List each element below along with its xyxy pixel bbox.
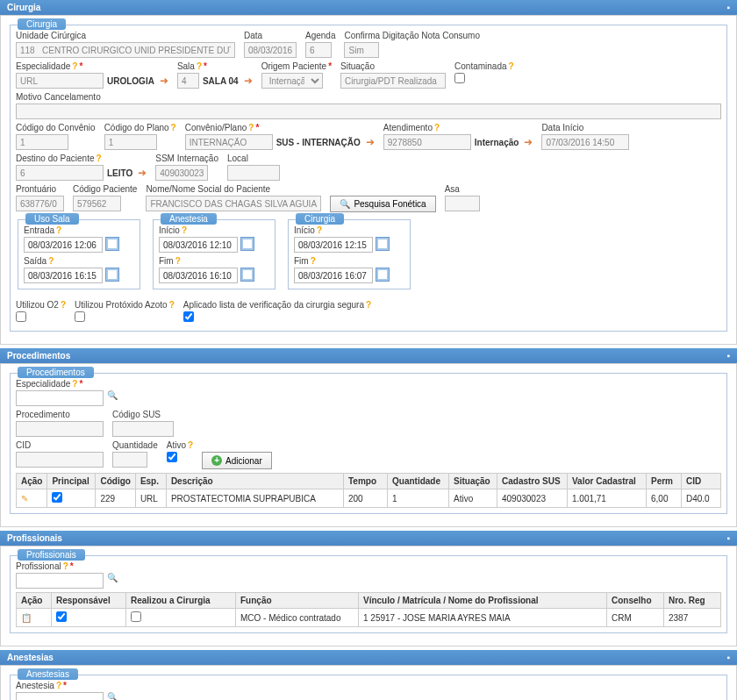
- input-prof[interactable]: [16, 573, 104, 589]
- collapse-icon[interactable]: ▪: [726, 351, 730, 361]
- lookup-icon[interactable]: 🔍: [107, 692, 118, 700]
- input-cid[interactable]: [16, 452, 104, 468]
- checkbox-ativo[interactable]: [167, 452, 177, 462]
- input-entrada[interactable]: [24, 237, 103, 253]
- input-datainicio[interactable]: [541, 134, 629, 150]
- cell-tempo: 200: [344, 489, 388, 508]
- col-acao: Ação: [17, 474, 47, 489]
- arrow-icon[interactable]: ➜: [160, 75, 168, 87]
- panel-title: Procedimentos: [7, 351, 70, 361]
- input-codconvenio[interactable]: [16, 134, 68, 150]
- label-unidade: Unidade Cirúrgica: [16, 31, 235, 40]
- input-ssm[interactable]: [155, 165, 208, 181]
- collapse-icon[interactable]: ▪: [726, 653, 730, 662]
- input-proc[interactable]: [16, 421, 104, 437]
- label-destino: Destino do Paciente ?: [16, 154, 147, 163]
- col-valor: Valor Cadastral: [568, 474, 647, 489]
- input-cir-fim[interactable]: [294, 268, 373, 283]
- checkbox-realizou[interactable]: [131, 611, 141, 622]
- label-codpaciente: Código Paciente: [73, 184, 137, 194]
- label-cir-fim: Fim ?: [294, 256, 404, 266]
- input-convplano[interactable]: [185, 134, 273, 150]
- table-row: 📋 MCO - Médico contratado 1 25917 - JOSE…: [17, 609, 721, 627]
- checkbox-apliclista[interactable]: [183, 311, 194, 322]
- label-convplano: Convênio/Plano ? *: [185, 123, 375, 132]
- lookup-icon[interactable]: 🔍: [107, 573, 118, 589]
- help-icon[interactable]: ?: [434, 123, 440, 132]
- tag-convplano: SUS - INTERNAÇÃO: [276, 138, 361, 147]
- calendar-icon[interactable]: [105, 268, 119, 282]
- calendar-icon[interactable]: [240, 237, 254, 251]
- checkbox-responsavel[interactable]: [56, 611, 67, 622]
- help-icon[interactable]: ?: [248, 123, 254, 132]
- lookup-icon[interactable]: 🔍: [107, 390, 118, 406]
- procedimentos-table: Ação Principal Código Esp. Descrição Tem…: [16, 473, 721, 508]
- panel-header-cirurgia-main: Cirurgia ▪: [0, 0, 737, 15]
- help-icon[interactable]: ?: [509, 61, 514, 71]
- profissionais-body: Profissionais Profissional ? *🔍 Ação Res…: [0, 546, 737, 646]
- col-descricao: Descrição: [166, 474, 343, 489]
- input-destino[interactable]: [16, 165, 104, 181]
- input-sala[interactable]: [177, 73, 199, 89]
- label-contaminada: Contaminada ?: [454, 61, 514, 71]
- calendar-icon[interactable]: [376, 237, 390, 251]
- input-anest-inicio[interactable]: [159, 237, 238, 253]
- input-atend[interactable]: [383, 134, 471, 150]
- adicionar-button[interactable]: +Adicionar: [202, 452, 272, 469]
- panel-header-anestesias: Anestesias ▪: [0, 650, 737, 665]
- tag-especialidade: UROLOGIA: [107, 76, 154, 86]
- help-icon[interactable]: ?: [72, 61, 77, 71]
- input-motivo[interactable]: [16, 104, 721, 119]
- col-situacao: Situação: [449, 474, 497, 489]
- arrow-icon[interactable]: ➜: [524, 136, 533, 148]
- cell-reg: 2387: [664, 609, 721, 627]
- input-qtd[interactable]: [112, 452, 147, 468]
- col-perm: Perm: [647, 474, 682, 489]
- input-data[interactable]: [244, 42, 297, 58]
- input-saida[interactable]: [24, 268, 103, 283]
- label-local: Local: [227, 154, 280, 163]
- input-codplano[interactable]: [104, 134, 157, 150]
- calendar-icon[interactable]: [105, 237, 119, 251]
- label-agenda: Agenda: [305, 31, 335, 40]
- edit-icon[interactable]: ✎: [21, 494, 28, 504]
- arrow-icon[interactable]: ➜: [244, 75, 253, 87]
- input-local[interactable]: [227, 165, 280, 181]
- input-nome[interactable]: [146, 196, 321, 211]
- collapse-icon[interactable]: ▪: [726, 533, 730, 543]
- col-realizou: Realizou a Cirurgia: [126, 593, 236, 609]
- collapse-icon[interactable]: ▪: [726, 3, 730, 12]
- fieldset-uso-sala: Uso Sala Entrada ? Saída ?: [18, 219, 140, 289]
- checkbox-utilprot[interactable]: [75, 311, 85, 322]
- input-confirma[interactable]: [344, 42, 379, 58]
- input-anestesia[interactable]: [16, 692, 104, 700]
- input-prontuario[interactable]: [16, 196, 64, 211]
- label-anest-fim: Fim ?: [159, 256, 269, 266]
- checkbox-contaminada[interactable]: [454, 73, 465, 83]
- input-proc-esp[interactable]: [16, 390, 104, 406]
- input-codpaciente[interactable]: [73, 196, 121, 211]
- input-cir-inicio[interactable]: [294, 237, 373, 253]
- cell-cid: D40.0: [682, 489, 721, 508]
- cell-desc: PROSTATECTOMIA SUPRAPUBICA: [166, 489, 343, 508]
- delete-icon[interactable]: 📋: [21, 613, 32, 623]
- input-asa[interactable]: [445, 196, 480, 211]
- calendar-icon[interactable]: [376, 268, 390, 282]
- checkbox-principal[interactable]: [52, 492, 62, 503]
- input-unidade[interactable]: [16, 42, 235, 58]
- help-icon[interactable]: ?: [97, 154, 102, 163]
- arrow-icon[interactable]: ➜: [366, 136, 375, 148]
- help-icon[interactable]: ?: [171, 123, 176, 132]
- input-anest-fim[interactable]: [159, 268, 238, 283]
- calendar-icon[interactable]: [240, 268, 254, 282]
- checkbox-utilo2[interactable]: [16, 311, 26, 322]
- help-icon[interactable]: ?: [197, 61, 202, 71]
- select-origem[interactable]: Internação: [261, 73, 323, 89]
- input-situacao[interactable]: [340, 73, 446, 89]
- input-codsus[interactable]: [112, 421, 174, 437]
- label-codplano: Código do Plano ?: [104, 123, 176, 132]
- input-agenda[interactable]: [305, 42, 332, 58]
- arrow-icon[interactable]: ➜: [138, 167, 147, 179]
- pesquisa-fonetica-button[interactable]: 🔍Pesquisa Fonética: [330, 196, 435, 212]
- input-especialidade[interactable]: [16, 73, 104, 89]
